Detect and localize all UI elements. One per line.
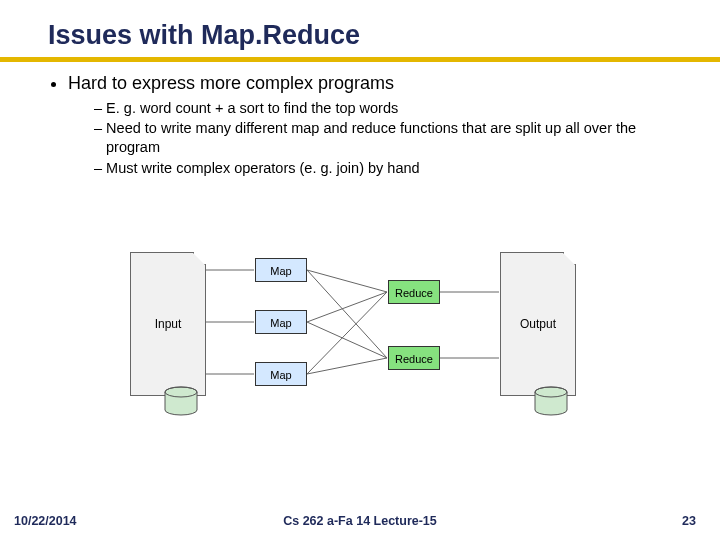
bullet-main: Hard to express more complex programs E.…	[68, 72, 690, 178]
input-file: Input	[130, 252, 206, 396]
sub-bullet-list: E. g. word count + a sort to find the to…	[68, 99, 690, 178]
svg-line-3	[307, 270, 387, 292]
svg-line-4	[307, 270, 387, 358]
slide: Issues with Map.Reduce Hard to express m…	[0, 0, 720, 540]
svg-line-5	[307, 292, 387, 322]
reduce-node-2: Reduce	[388, 346, 440, 370]
map-node-3: Map	[255, 362, 307, 386]
map-node-2: Map	[255, 310, 307, 334]
map-node-1: Map	[255, 258, 307, 282]
mapreduce-diagram: Input Output Map Map Map Reduce Reduce	[130, 248, 610, 433]
input-database-icon	[164, 386, 198, 418]
input-fold-icon	[193, 252, 206, 265]
sub-bullet-3: Must write complex operators (e. g. join…	[94, 159, 690, 178]
footer-date: 10/22/2014	[14, 514, 77, 528]
output-fold-icon	[563, 252, 576, 265]
reduce-node-1: Reduce	[388, 280, 440, 304]
output-file: Output	[500, 252, 576, 396]
sub-bullet-2: Need to write many different map and red…	[94, 119, 690, 157]
svg-line-8	[307, 358, 387, 374]
footer-center: Cs 262 a-Fa 14 Lecture-15	[283, 514, 437, 528]
svg-line-6	[307, 322, 387, 358]
slide-footer: 10/22/2014 Cs 262 a-Fa 14 Lecture-15 23	[0, 514, 720, 528]
output-label: Output	[520, 317, 556, 331]
title-rule	[0, 57, 720, 62]
input-label: Input	[155, 317, 182, 331]
slide-title: Issues with Map.Reduce	[48, 20, 690, 51]
output-database-icon	[534, 386, 568, 418]
bullet-main-text: Hard to express more complex programs	[68, 73, 394, 93]
bullet-list: Hard to express more complex programs E.…	[48, 72, 690, 178]
sub-bullet-1: E. g. word count + a sort to find the to…	[94, 99, 690, 118]
svg-line-7	[307, 292, 387, 374]
footer-page: 23	[682, 514, 696, 528]
